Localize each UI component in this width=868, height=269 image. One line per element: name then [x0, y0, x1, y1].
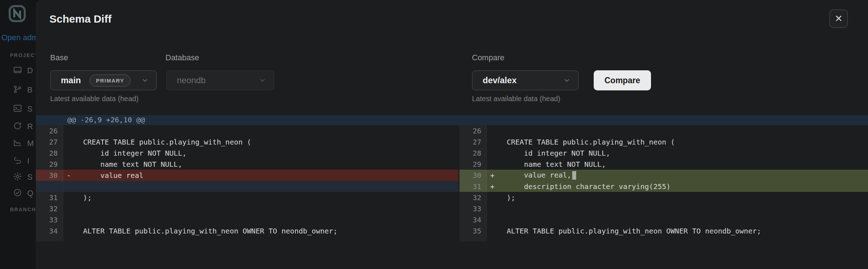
chevron-down-icon	[563, 76, 571, 84]
diff-row-context: 34	[459, 214, 868, 225]
database-select[interactable]: neondb	[166, 70, 274, 90]
diff-row-context: 33	[459, 203, 868, 214]
hunk-header-text: @@ -26,9 +26,10 @@	[67, 115, 145, 124]
sidebar-item-restore[interactable]: R	[13, 121, 33, 132]
integrations-icon	[13, 156, 22, 166]
code-line: CREATE TABLE public.playing_with_neon (	[77, 138, 458, 146]
sql-editor-icon	[13, 104, 22, 114]
sidebar-item-sql-editor[interactable]: S	[13, 104, 33, 114]
code-line: name text NOT NULL,	[77, 160, 458, 169]
diff-pane-base[interactable]: 2627CREATE TABLE public.playing_with_neo…	[36, 125, 458, 241]
database-label: Database	[165, 53, 199, 62]
sidebar-item-settings[interactable]: S	[13, 172, 33, 183]
diff-row-context: 27CREATE TABLE public.playing_with_neon …	[459, 136, 868, 147]
code-line: description character varying(255)	[501, 182, 868, 191]
diff-pane-compare[interactable]: 2627CREATE TABLE public.playing_with_neo…	[459, 125, 868, 241]
diff-row-context: 29 name text NOT NULL,	[459, 159, 868, 170]
diff-row-context: 26	[459, 125, 868, 136]
diff-row-added: 31+ description character varying(255)	[459, 181, 868, 192]
line-number: 27	[36, 136, 63, 147]
monitoring-icon	[13, 138, 22, 149]
diff-row-removed: 30- value real	[36, 170, 458, 181]
diff-row-phantom	[36, 181, 458, 192]
branches-icon	[13, 85, 22, 95]
sidebar-item-label: B	[27, 85, 33, 95]
line-number: 26	[36, 125, 63, 136]
code-line: id integer NOT NULL,	[77, 149, 458, 157]
diff-marker: +	[487, 171, 501, 180]
code-line: name text NOT NULL,	[501, 160, 868, 169]
sidebar-section-project: PROJECT	[10, 52, 36, 58]
primary-badge: PRIMARY	[90, 74, 131, 87]
sidebar-item-integrations[interactable]: I	[13, 156, 29, 166]
sidebar-item-label: S	[27, 104, 33, 114]
compare-label: Compare	[472, 53, 504, 62]
diff-row-context: 27CREATE TABLE public.playing_with_neon …	[36, 136, 458, 147]
text-cursor	[572, 171, 576, 180]
schema-diff-modal: Schema Diff ✕ Base Database Compare main…	[36, 0, 868, 269]
database-value: neondb	[177, 75, 206, 85]
line-number: 34	[459, 214, 487, 225]
code-line: );	[501, 193, 868, 202]
code-line: CREATE TABLE public.playing_with_neon (	[501, 138, 868, 146]
diff-row-context: 28 id integer NOT NULL,	[36, 147, 458, 159]
chevron-down-icon	[141, 76, 149, 84]
diff-row-context: 32);	[459, 192, 868, 203]
restore-icon	[13, 121, 22, 132]
sidebar: Open adm PROJECT DBSRMISQ BRANCH	[0, 0, 36, 269]
schema-diff-screen: Open adm PROJECT DBSRMISQ BRANCH Schema …	[0, 0, 868, 269]
code-line: value real	[77, 171, 458, 180]
diff-hunk-header: @@ -26,9 +26,10 @@	[36, 115, 868, 125]
diff-marker: +	[487, 182, 501, 191]
base-branch-select[interactable]: main PRIMARY	[50, 70, 157, 90]
quickstart-icon	[13, 188, 22, 199]
diff-row-context: 34ALTER TABLE public.playing_with_neon O…	[36, 225, 458, 236]
dashboard-icon	[13, 65, 22, 76]
neon-logo-icon[interactable]	[7, 4, 27, 24]
code-line: value real,	[501, 171, 868, 180]
code-line: ALTER TABLE public.playing_with_neon OWN…	[501, 227, 868, 235]
sidebar-item-label: Q	[27, 189, 33, 198]
sidebar-item-monitoring[interactable]: M	[13, 138, 34, 149]
diff-row-context: 31);	[36, 192, 458, 203]
sidebar-item-label: R	[27, 122, 33, 131]
line-number: 26	[459, 125, 487, 136]
modal-title: Schema Diff	[49, 13, 111, 25]
base-label: Base	[50, 53, 68, 62]
sidebar-item-quickstart[interactable]: Q	[13, 188, 33, 199]
diff-row-context: 32	[36, 203, 458, 214]
line-number: 28	[36, 147, 63, 159]
diff-row-context: 35ALTER TABLE public.playing_with_neon O…	[459, 225, 868, 236]
line-number: 33	[36, 214, 63, 225]
line-number: 29	[36, 159, 63, 170]
sidebar-item-label: M	[27, 139, 34, 148]
line-number: 34	[36, 225, 63, 236]
sidebar-item-branches[interactable]: B	[13, 85, 33, 95]
line-number: 33	[459, 203, 487, 214]
compare-branch-select[interactable]: dev/alex	[472, 70, 579, 90]
diff-row-added: 30+ value real,	[459, 170, 868, 181]
base-branch-value: main	[61, 75, 81, 85]
sidebar-item-label: D	[27, 66, 33, 75]
line-number: 30	[36, 170, 63, 181]
close-icon[interactable]: ✕	[829, 9, 848, 28]
diff-row-context: 33	[36, 214, 458, 225]
line-number: 31	[36, 192, 63, 203]
code-line: id integer NOT NULL,	[501, 149, 868, 157]
diff-row-context: 28 id integer NOT NULL,	[459, 147, 868, 159]
line-number: 30	[459, 170, 487, 181]
sidebar-item-label: I	[27, 156, 29, 166]
sidebar-item-dashboard[interactable]: D	[13, 65, 33, 76]
open-admin-link[interactable]: Open adm	[1, 33, 36, 42]
sidebar-section-branch: BRANCH	[10, 207, 36, 212]
diff-row-context: 26	[36, 125, 458, 136]
compare-button[interactable]: Compare	[594, 70, 651, 90]
diff-marker: -	[63, 171, 77, 180]
base-helper-text: Latest available data (head)	[50, 95, 139, 103]
gutter-tail	[36, 236, 63, 241]
line-number: 32	[459, 192, 487, 203]
code-line: ALTER TABLE public.playing_with_neon OWN…	[77, 227, 458, 235]
compare-helper-text: Latest available data (head)	[472, 95, 560, 103]
line-number: 29	[459, 159, 487, 170]
code-line: );	[77, 193, 458, 202]
